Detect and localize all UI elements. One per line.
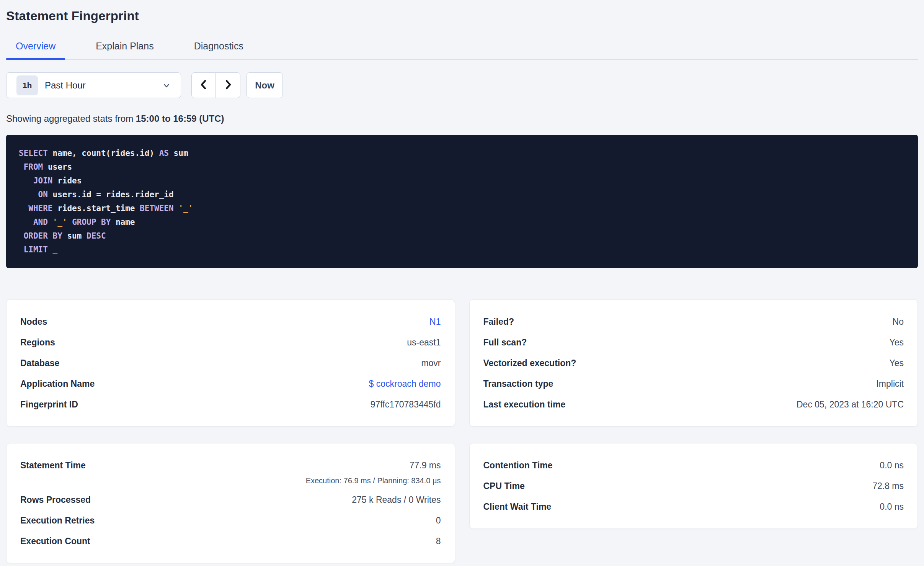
execution-stats-card: Statement Time77.9 msExecution: 76.9 ms … [6, 443, 455, 563]
stat-row-application-name: Application Name$ cockroach demo [20, 373, 441, 394]
time-range-label: Past Hour [45, 80, 86, 91]
sql-line: WHERE rides.start_time BETWEEN '_' [19, 204, 193, 213]
stat-label: Nodes [20, 311, 47, 332]
stat-value-block: 8 [436, 531, 441, 551]
caption-time-range: 15:00 to 16:59 (UTC) [136, 113, 224, 124]
stat-row-full-scan: Full scan?Yes [483, 332, 904, 353]
stat-label: Client Wait Time [483, 496, 552, 517]
caption-prefix: Showing aggregated stats from [6, 113, 136, 124]
stat-value: Dec 05, 2023 at 16:20 UTC [797, 394, 904, 415]
prev-time-button[interactable] [192, 73, 216, 98]
stat-value-block: Yes [889, 353, 904, 373]
page-title: Statement Fingerprint [6, 8, 918, 24]
stat-value-block: 97ffc170783445fd [371, 394, 441, 415]
sql-line: LIMIT _ [19, 245, 57, 254]
stat-label: Execution Count [20, 531, 90, 551]
stat-row-contention-time: Contention Time0.0 ns [483, 455, 904, 476]
sql-line: SELECT name, count(rides.id) AS sum [19, 149, 188, 158]
stat-row-transaction-type: Transaction typeImplicit [483, 373, 904, 394]
stat-value-block: $ cockroach demo [369, 373, 441, 394]
stat-value: No [893, 311, 904, 332]
stat-label: Contention Time [483, 455, 553, 476]
stat-row-statement-time: Statement Time77.9 msExecution: 76.9 ms … [20, 455, 441, 489]
stat-value-block: N1 [429, 311, 441, 332]
stat-value-block: 0.0 ns [880, 455, 904, 476]
sql-line: FROM users [19, 162, 72, 172]
time-range-badge: 1h [16, 75, 38, 95]
stat-value: 97ffc170783445fd [371, 394, 441, 415]
stat-value: 0.0 ns [880, 496, 904, 517]
stat-label: Execution Retries [20, 510, 95, 531]
stat-value: Yes [889, 332, 904, 353]
stat-value: 8 [436, 531, 441, 551]
stat-value-block: No [893, 311, 904, 332]
stat-value: 275 k Reads / 0 Writes [352, 489, 441, 510]
stat-value: us-east1 [407, 332, 441, 353]
stat-row-client-wait-time: Client Wait Time0.0 ns [483, 496, 904, 517]
stats-cards-grid: NodesN1Regionsus-east1DatabasemovrApplic… [6, 299, 918, 563]
stat-value: Yes [889, 353, 904, 373]
stat-row-nodes: NodesN1 [20, 311, 441, 332]
stat-label: Last execution time [483, 394, 566, 415]
stat-label: CPU Time [483, 476, 525, 496]
aggregation-caption: Showing aggregated stats from 15:00 to 1… [6, 113, 918, 124]
tab-bar: OverviewExplain PlansDiagnostics [6, 41, 918, 60]
chevron-right-icon [224, 79, 233, 91]
stat-value: 0 [436, 510, 441, 531]
stat-label: Application Name [20, 373, 95, 394]
stat-label: Database [20, 353, 59, 373]
stat-row-execution-count: Execution Count8 [20, 531, 441, 551]
sql-line: AND '_' GROUP BY name [19, 218, 135, 227]
stat-value: 72.8 ms [872, 476, 904, 496]
stat-value-block: 77.9 msExecution: 76.9 ms / Planning: 83… [306, 455, 441, 489]
tab-diagnostics[interactable]: Diagnostics [184, 41, 253, 59]
stat-value-block: Implicit [876, 373, 904, 394]
now-button[interactable]: Now [247, 72, 283, 98]
stat-value: 77.9 ms [410, 455, 441, 476]
time-range-picker[interactable]: 1h Past Hour [6, 72, 181, 98]
stat-row-rows-processed: Rows Processed275 k Reads / 0 Writes [20, 489, 441, 510]
stat-label: Fingerprint ID [20, 394, 78, 415]
stat-value: Implicit [876, 373, 904, 394]
stat-label: Transaction type [483, 373, 553, 394]
stat-value: 0.0 ns [880, 455, 904, 476]
resource-stats-card: Contention Time0.0 nsCPU Time72.8 msClie… [469, 443, 918, 529]
stat-label: Full scan? [483, 332, 527, 353]
stat-value-block: us-east1 [407, 332, 441, 353]
stat-value-block: movr [421, 353, 441, 373]
stat-row-vectorized-execution: Vectorized execution?Yes [483, 353, 904, 373]
stat-label: Failed? [483, 311, 514, 332]
stat-label: Regions [20, 332, 55, 353]
statement-fingerprint-page: Statement Fingerprint OverviewExplain Pl… [0, 8, 924, 563]
time-toolbar: 1h Past Hour Now [6, 72, 918, 98]
sql-line: ON users.id = rides.rider_id [19, 190, 174, 199]
chevron-down-icon [162, 81, 171, 90]
attributes-card: Failed?NoFull scan?YesVectorized executi… [469, 299, 918, 427]
stat-row-regions: Regionsus-east1 [20, 332, 441, 353]
stat-row-failed: Failed?No [483, 311, 904, 332]
stat-value-block: 72.8 ms [872, 476, 904, 496]
next-time-button[interactable] [216, 73, 240, 98]
stat-value-block: 275 k Reads / 0 Writes [352, 489, 441, 510]
stat-value-block: 0 [436, 510, 441, 531]
stat-row-fingerprint-id: Fingerprint ID97ffc170783445fd [20, 394, 441, 415]
stat-value-block: Yes [889, 332, 904, 353]
sql-statement-box: SELECT name, count(rides.id) AS sum FROM… [6, 135, 918, 268]
tab-explain-plans[interactable]: Explain Plans [86, 41, 163, 59]
tab-overview[interactable]: Overview [6, 41, 65, 59]
general-info-card: NodesN1Regionsus-east1DatabasemovrApplic… [6, 299, 455, 427]
stat-row-execution-retries: Execution Retries0 [20, 510, 441, 531]
stat-row-cpu-time: CPU Time72.8 ms [483, 476, 904, 496]
stat-row-last-execution-time: Last execution timeDec 05, 2023 at 16:20… [483, 394, 904, 415]
stat-value-link[interactable]: $ cockroach demo [369, 373, 441, 394]
stat-value-block: Dec 05, 2023 at 16:20 UTC [797, 394, 904, 415]
stat-label: Statement Time [20, 455, 86, 476]
stat-label: Vectorized execution? [483, 353, 576, 373]
stat-subvalue: Execution: 76.9 ms / Planning: 834.0 µs [306, 476, 441, 486]
sql-line: JOIN rides [19, 176, 82, 185]
stat-value: movr [421, 353, 441, 373]
stat-value-link[interactable]: N1 [429, 311, 441, 332]
stat-label: Rows Processed [20, 489, 91, 510]
sql-line: ORDER BY sum DESC [19, 231, 106, 240]
stat-row-database: Databasemovr [20, 353, 441, 373]
